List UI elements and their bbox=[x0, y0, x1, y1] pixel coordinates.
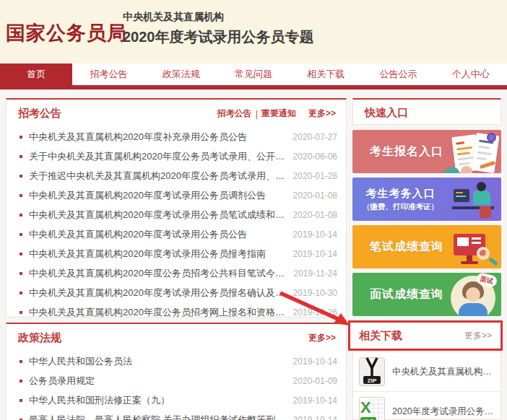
tab-separator: | bbox=[256, 109, 258, 119]
download-item-xls[interactable]: X XLS 2020年度考试录用公务员调... bbox=[353, 391, 500, 420]
banner-exam-affairs-main: 考生考务入口 bbox=[363, 187, 438, 201]
pocket-watch-icon bbox=[487, 133, 496, 142]
person-icon bbox=[477, 182, 486, 191]
announcement-link[interactable]: 中央机关及其直属机构2020年度公务员招考公共科目笔试今日举行 bbox=[29, 267, 287, 280]
bullet-icon bbox=[20, 253, 22, 255]
announcement-date: 2020-06-06 bbox=[293, 152, 337, 162]
banner-interview-score-query[interactable]: 面试 面试成绩查询 bbox=[352, 273, 501, 316]
hand-icon bbox=[445, 167, 459, 173]
announcement-link[interactable]: 中央机关及其直属机构2020年度公务员招考网上报名和资格审查工作结束 bbox=[29, 306, 286, 319]
policy-link[interactable]: 中华人民共和国公务员法 bbox=[29, 355, 286, 368]
banner-written-score-label: 笔试成绩查询 bbox=[370, 240, 443, 255]
monitor-stand-icon bbox=[461, 261, 478, 264]
magnifier-icon bbox=[477, 247, 490, 260]
policies-more-link[interactable]: 更多>> bbox=[308, 332, 336, 344]
announcements-title: 招考公告 bbox=[18, 107, 61, 121]
announcement-link[interactable]: 中央机关及其直属机构2020年度考试录用公务员报考指南 bbox=[29, 248, 286, 261]
downloads-more-link[interactable]: 更多>> bbox=[464, 330, 492, 342]
quick-entry-title: 快速入口 bbox=[365, 106, 408, 120]
policies-header: 政策法规 更多>> bbox=[6, 324, 346, 351]
svg-text:ZIP: ZIP bbox=[368, 377, 377, 384]
announcement-link[interactable]: 中央机关及其直属机构2020年度考试录用公务员笔试成绩和合格分数线即将公布 bbox=[29, 209, 286, 222]
nav-item-home[interactable]: 首页 bbox=[0, 64, 72, 85]
nav-item-policies[interactable]: 政策法规 bbox=[145, 64, 217, 85]
bullet-icon bbox=[20, 175, 22, 178]
policy-link[interactable]: 最高人民法院、最高人民检察院 关于办理组织考试作弊等刑事案件适用法律若干问题的解… bbox=[29, 414, 286, 420]
announcement-row: 中央机关及其直属机构2020年度考试录用公务员笔试成绩和合格分数线即将公布 20… bbox=[6, 205, 346, 224]
announcement-link[interactable]: 关于推迟中央机关及其直属机构2020年度公务员考试录用、公开遴选和公开选调面试时… bbox=[29, 170, 286, 183]
policy-date: 2019-10-14 bbox=[293, 395, 337, 406]
policy-link[interactable]: 公务员录用规定 bbox=[29, 375, 286, 388]
banner-exam-affairs-entry[interactable]: 考生考务入口 （缴费、打印准考证） bbox=[352, 178, 501, 221]
subtitle-line1: 中央机关及其直属机构 bbox=[123, 11, 314, 24]
announcements-links: 招考公告 | 重要通知 更多>> bbox=[217, 108, 336, 120]
banner-registration-label: 考生报名入口 bbox=[370, 144, 443, 159]
announcement-row: 关于推迟中央机关及其直属机构2020年度公务员考试录用、公开遴选和公开选调面试时… bbox=[6, 166, 346, 185]
bullet-icon bbox=[20, 380, 22, 382]
announcement-row: 中央机关及其直属机构2020年度考试录用公务员调剂公告 2020-01-08 bbox=[6, 185, 346, 205]
policies-panel: 政策法规 更多>> 中华人民共和国公务员法 2019-10-14 公务员录用规定… bbox=[6, 323, 347, 420]
bullet-icon bbox=[20, 292, 22, 294]
bullet-icon bbox=[20, 136, 22, 139]
policy-link[interactable]: 中华人民共和国刑法修正案（九） bbox=[29, 394, 286, 407]
nav-item-notices[interactable]: 公告公示 bbox=[362, 64, 434, 85]
announcement-row: 中央机关及其直属机构2020年度考试录用公务员报名确认及准考证打印咨询电话 20… bbox=[6, 283, 346, 302]
announcement-date: 2019-10-14 bbox=[293, 249, 337, 259]
banner-interview-score-label: 面试成绩查询 bbox=[370, 287, 443, 302]
monitor-stand-icon bbox=[467, 255, 472, 261]
banner-written-score-query[interactable]: 笔试成绩查询 bbox=[352, 225, 501, 268]
nav-item-personal[interactable]: 个人中心 bbox=[435, 64, 507, 85]
subtitle-line2: 2020年度考试录用公务员专题 bbox=[123, 27, 314, 47]
main-nav: 首页 招考公告 政策法规 常见问题 相关下载 公告公示 个人中心 bbox=[0, 64, 507, 85]
announcement-date: 2019-11-24 bbox=[294, 268, 338, 279]
site-subtitle: 中央机关及其直属机构 2020年度考试录用公务员专题 bbox=[123, 11, 314, 47]
announcement-link[interactable]: 中央机关及其直属机构2020年度补充录用公务员公告 bbox=[29, 131, 286, 144]
xls-file-icon: X XLS bbox=[359, 397, 385, 420]
announcement-link[interactable]: 中央机关及其直属机构2020年度考试录用公务员公告 bbox=[29, 228, 286, 241]
download-link[interactable]: 2020年度考试录用公务员调... bbox=[392, 406, 495, 418]
nav-item-faq[interactable]: 常见问题 bbox=[217, 64, 290, 85]
nav-item-downloads[interactable]: 相关下载 bbox=[290, 64, 362, 85]
magnifier-icon bbox=[488, 257, 498, 266]
policy-row: 公务员录用规定 2020-01-09 bbox=[6, 371, 346, 390]
announcement-date: 2020-01-08 bbox=[293, 210, 337, 220]
bullet-icon bbox=[20, 155, 22, 158]
bullet-icon bbox=[20, 272, 22, 275]
policy-row: 最高人民法院、最高人民检察院 关于办理组织考试作弊等刑事案件适用法律若干问题的解… bbox=[6, 410, 346, 420]
announcement-row: 中央机关及其直属机构2020年度考试录用公务员公告 2019-10-14 bbox=[6, 224, 346, 244]
policy-date: 2019-10-14 bbox=[293, 356, 337, 367]
announcements-panel: 招考公告 招考公告 | 重要通知 更多>> 中央机关及其直属机构2020年度补充… bbox=[6, 98, 347, 318]
nav-item-announcements[interactable]: 招考公告 bbox=[72, 64, 144, 85]
announcement-row: 中央机关及其直属机构2020年度公务员招考网上报名和资格审查工作结束 2019-… bbox=[6, 302, 346, 322]
announcement-date: 2019-10-30 bbox=[293, 288, 337, 298]
site-logo[interactable]: 国家公务员局 bbox=[6, 20, 127, 46]
downloads-title: 相关下载 bbox=[359, 329, 402, 343]
bullet-icon bbox=[20, 194, 22, 197]
announcements-tab-announcements[interactable]: 招考公告 bbox=[217, 108, 252, 120]
download-item-zip[interactable]: ZIP 中央机关及其直属机构2020... bbox=[353, 352, 500, 391]
policy-row: 中华人民共和国刑法修正案（九） 2019-10-14 bbox=[6, 390, 346, 410]
computer-monitor-icon bbox=[454, 189, 469, 202]
announcement-row: 中央机关及其直属机构2020年度补充录用公务员公告 2020-07-27 bbox=[6, 127, 346, 146]
bullet-icon bbox=[20, 233, 22, 236]
bullet-icon bbox=[20, 399, 22, 402]
announcement-date: 2020-01-28 bbox=[293, 171, 337, 181]
bullet-icon bbox=[20, 214, 22, 216]
announcements-tab-notices[interactable]: 重要通知 bbox=[261, 108, 296, 120]
bullet-icon bbox=[20, 360, 22, 363]
announcement-link[interactable]: 中央机关及其直属机构2020年度考试录用公务员调剂公告 bbox=[29, 189, 286, 202]
download-link[interactable]: 中央机关及其直属机构2020... bbox=[392, 366, 495, 378]
announcement-link[interactable]: 关于中央机关及其直属机构2020年度公务员考试录用、公开遴选和公开选调面试工作有… bbox=[29, 150, 286, 163]
announcement-link[interactable]: 中央机关及其直属机构2020年度考试录用公务员报名确认及准考证打印咨询电话 bbox=[29, 286, 286, 299]
policy-row: 中华人民共和国公务员法 2019-10-14 bbox=[6, 351, 346, 371]
svg-text:X: X bbox=[360, 398, 371, 416]
announcement-date: 2019-10-14 bbox=[293, 229, 337, 240]
announcements-more-link[interactable]: 更多>> bbox=[308, 108, 336, 120]
banner-registration-entry[interactable]: 考生报名入口 bbox=[352, 130, 501, 173]
policies-links: 更多>> bbox=[300, 332, 336, 344]
announcement-row: 中央机关及其直属机构2020年度公务员招考公共科目笔试今日举行 2019-11-… bbox=[6, 263, 346, 283]
announcement-date: 2020-07-27 bbox=[293, 132, 337, 142]
person-icon bbox=[473, 191, 490, 205]
downloads-header-annotated: 相关下载 更多>> bbox=[348, 320, 503, 351]
nav-underline bbox=[0, 85, 507, 89]
